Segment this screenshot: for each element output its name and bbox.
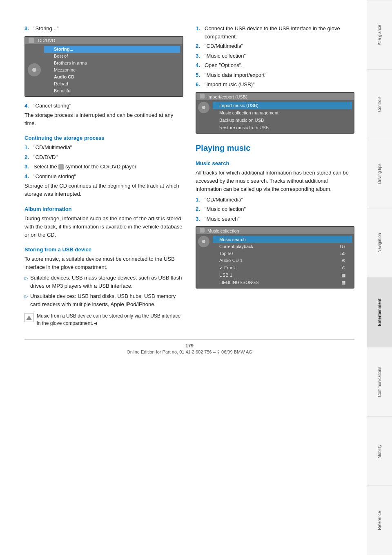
sidebar-tab-at-a-glance[interactable]: At a glance — [367, 0, 392, 69]
c-step-1-text: "CD/Multimedia" — [33, 143, 72, 152]
step-3-text: "Storing..." — [33, 25, 58, 33]
c-step-2-text: "CD/DVD" — [33, 153, 58, 161]
left-column: 3. "Storing..." CD/DVD Storing... Best o… — [24, 25, 183, 327]
r-step-6-num: 6. — [196, 81, 202, 89]
cddvd-row-beautiful: Beautiful — [44, 87, 180, 94]
playing-music-heading: Playing music — [196, 143, 354, 153]
import-screen: Import/export (USB) Import music (USB) M… — [196, 92, 354, 134]
note-icon — [24, 313, 33, 322]
ms-step-1-text: "CD/Multimedia" — [205, 196, 243, 204]
r-step-4-text: Open "Options". — [205, 61, 243, 69]
cddvd-row-mezzanine: Mezzanine — [44, 67, 180, 74]
sidebar-tab-driving-tips[interactable]: Driving tips — [367, 139, 392, 208]
ms-step-2-text: "Music collection" — [205, 205, 246, 213]
bullet-arrow-1: ▷ — [24, 275, 28, 290]
bullet-suitable: ▷ Suitable devices: USB mass storage dev… — [24, 274, 183, 290]
c-step-4-num: 4. — [24, 172, 31, 181]
cddvd-title-bar: CD/DVD — [25, 37, 183, 44]
ms-step-2: 2. "Music collection" — [196, 205, 354, 213]
import-title-text: Import/export (USB) — [207, 94, 247, 99]
step-3: 3. "Storing..." — [24, 25, 183, 33]
music-row-6: USB 1 ▦ — [213, 271, 352, 279]
music-screen: Music collection Music search Current pl… — [196, 226, 354, 289]
note-box: Music from a USB device can be stored on… — [24, 312, 183, 327]
continuing-para: Storage of the CD continues at the begin… — [24, 182, 183, 198]
sidebar-tab-reference[interactable]: Reference — [367, 486, 392, 555]
right-steps-top: 1. Connect the USB device to the USB int… — [196, 25, 354, 89]
r-step-5-text: "Music data import/export" — [205, 71, 267, 79]
cddvd-row-storing: Storing... — [44, 46, 180, 53]
r-step-6: 6. "Import music (USB)" — [196, 81, 354, 89]
right-column: 1. Connect the USB device to the USB int… — [196, 25, 354, 327]
c-step-1-num: 1. — [24, 143, 31, 152]
step-4: 4. "Cancel storing" — [24, 102, 183, 110]
continuing-step-3: 3. Select the symbol for the CD/DVD play… — [24, 163, 183, 171]
two-column-layout: 3. "Storing..." CD/DVD Storing... Best o… — [24, 25, 354, 327]
page-number: 179 — [24, 343, 354, 349]
note-triangle — [26, 316, 32, 320]
footer-text: Online Edition for Part no. 01 41 2 602 … — [24, 349, 354, 354]
cddvd-screen: CD/DVD Storing... Best of Brothers in ar… — [24, 36, 183, 97]
music-search-para: All tracks for which additional informat… — [196, 169, 354, 193]
music-row-5: ✓ Frank ⊙ — [213, 264, 352, 271]
ms-step-1-num: 1. — [196, 196, 202, 204]
music-search-heading: Music search — [196, 160, 354, 166]
ms-step-2-num: 2. — [196, 205, 202, 213]
sidebar: At a glance Controls Driving tips Naviga… — [367, 0, 392, 555]
r-step-5: 5. "Music data import/export" — [196, 71, 354, 79]
r-step-2: 2. "CD/Multimedia" — [196, 42, 354, 50]
r-step-4-num: 4. — [196, 61, 202, 69]
c-step-4-text: "Continue storing" — [33, 172, 76, 181]
r-step-2-text: "CD/Multimedia" — [205, 42, 243, 50]
ms-step-1: 1. "CD/Multimedia" — [196, 196, 354, 204]
import-row-3: Backup music on USB — [213, 116, 352, 124]
r-step-3-num: 3. — [196, 52, 202, 60]
cddvd-row-reload: Reload — [44, 81, 180, 87]
note-text: Music from a USB device can be stored on… — [37, 312, 183, 327]
continuing-steps: 1. "CD/Multimedia" 2. "CD/DVD" 3. Select… — [24, 143, 183, 180]
sidebar-tab-mobility[interactable]: Mobility — [367, 416, 392, 486]
music-title-bar: Music collection — [196, 227, 354, 234]
sidebar-tab-entertainment[interactable]: Entertainment — [367, 278, 392, 347]
r-step-4: 4. Open "Options". — [196, 61, 354, 69]
r-step-1: 1. Connect the USB device to the USB int… — [196, 25, 354, 40]
bullet-arrow-2: ▷ — [24, 293, 28, 308]
sidebar-tab-controls[interactable]: Controls — [367, 69, 392, 139]
music-row-1: Music search — [213, 236, 352, 243]
import-row-2: Music collection management — [213, 109, 352, 116]
continuing-step-1: 1. "CD/Multimedia" — [24, 143, 183, 152]
music-row-3: Top 50 50 — [213, 250, 352, 257]
r-step-5-num: 5. — [196, 71, 202, 79]
import-title-bar: Import/export (USB) — [196, 93, 354, 100]
step-4-num: 4. — [24, 102, 31, 110]
c-step-3-num: 3. — [24, 163, 31, 171]
ms-step-3: 3. "Music search" — [196, 215, 354, 223]
cddvd-title-text: CD/DVD — [38, 38, 55, 43]
ms-step-3-num: 3. — [196, 215, 202, 223]
album-para: During storage, information such as the … — [24, 215, 183, 239]
r-step-2-num: 2. — [196, 42, 202, 50]
sidebar-tab-navigation[interactable]: Navigation — [367, 208, 392, 278]
cddvd-row-bestof: Best of — [44, 53, 180, 60]
page-footer: 179 Online Edition for Part no. 01 41 2 … — [24, 339, 354, 354]
r-step-3: 3. "Music collection" — [196, 52, 354, 60]
r-step-1-text: Connect the USB device to the USB interf… — [205, 25, 354, 40]
music-title-text: Music collection — [207, 228, 239, 233]
continuing-step-2: 2. "CD/DVD" — [24, 153, 183, 161]
music-row-7: LIEBLINGSSONGS ▦ — [213, 279, 352, 286]
import-row-1: Import music (USB) — [213, 102, 352, 109]
storing-usb-para: To store music, a suitable device must b… — [24, 255, 183, 271]
interrupted-para: The storage process is interrupted and c… — [24, 111, 183, 128]
bullet-suitable-text: Suitable devices: USB mass storage devic… — [30, 274, 183, 290]
r-step-3-text: "Music collection" — [205, 52, 246, 60]
cddvd-row-audiocd: Audio CD — [44, 74, 180, 81]
continuing-step-4: 4. "Continue storing" — [24, 172, 183, 181]
sidebar-tab-communications[interactable]: Communications — [367, 347, 392, 416]
c-step-3-text: Select the symbol for the CD/DVD player. — [33, 163, 138, 171]
storing-usb-heading: Storing from a USB device — [24, 246, 183, 253]
music-row-2: Current playback U♪ — [213, 243, 352, 250]
r-step-1-num: 1. — [196, 25, 202, 40]
main-content: 3. "Storing..." CD/DVD Storing... Best o… — [0, 0, 367, 555]
music-row-4: Audio-CD 1 ⊙ — [213, 257, 352, 264]
import-row-4: Restore music from USB — [213, 124, 352, 131]
